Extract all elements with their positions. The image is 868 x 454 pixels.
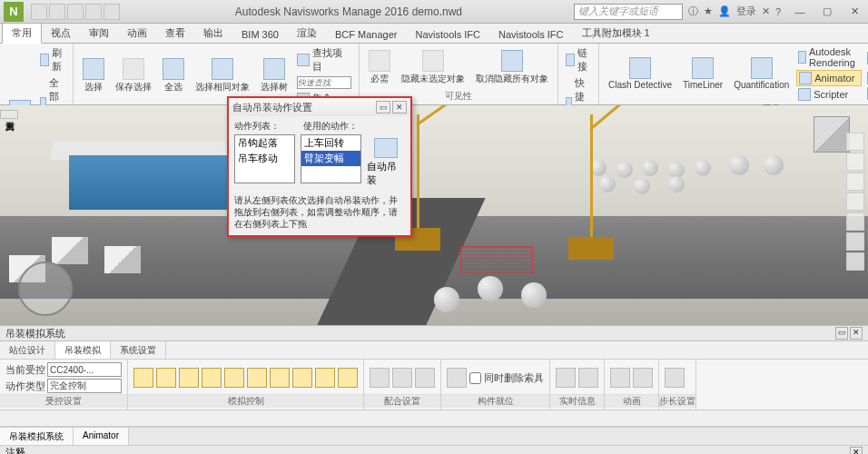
scripter-button[interactable]: Scripter [796, 87, 862, 102]
refresh-button[interactable]: 刷新 [38, 45, 67, 74]
nav-pan-icon[interactable] [846, 133, 864, 151]
tab-output[interactable]: 输出 [194, 24, 232, 43]
scripter-icon [798, 88, 811, 101]
tab-render[interactable]: 渲染 [288, 24, 326, 43]
links-button[interactable]: 链接 [564, 45, 593, 74]
sim-btn-9[interactable] [315, 368, 335, 388]
user-icon[interactable]: 👤 [718, 5, 731, 17]
action-type-combo[interactable]: 完全控制 [47, 379, 122, 393]
panel-tab-simulation[interactable]: 吊装模拟 [55, 341, 111, 359]
select-all-button[interactable]: 全选 [159, 56, 188, 95]
sim-btn-2[interactable] [156, 368, 176, 388]
dialog-titlebar[interactable]: 自动吊装动作设置 ▭ ✕ [229, 98, 410, 116]
rt-btn-1[interactable] [556, 368, 576, 388]
step-btn-1[interactable] [665, 368, 685, 388]
tab-navistools1[interactable]: Navistools IFC [406, 26, 489, 43]
minimize-button[interactable]: — [786, 2, 814, 22]
sim-btn-5[interactable] [224, 368, 244, 388]
anim-btn-2[interactable] [633, 368, 653, 388]
unhide-all-button[interactable]: 取消隐藏所有对象 [472, 48, 552, 87]
clash-icon [629, 57, 651, 79]
list-item[interactable]: 上车回转 [301, 135, 360, 151]
tab-animation[interactable]: 动画 [118, 24, 156, 43]
qat-redo-icon[interactable] [85, 4, 102, 20]
tab-viewpoint[interactable]: 视点 [42, 24, 80, 43]
crane-combo[interactable]: CC2400-... [47, 362, 122, 377]
nav-fly-icon[interactable] [846, 232, 864, 251]
anim-btn-1[interactable] [610, 368, 630, 388]
sim-btn-4[interactable] [202, 368, 222, 388]
actions-list-left[interactable]: 吊钩起落 吊车移动 [234, 134, 295, 183]
coop-btn-1[interactable] [370, 368, 390, 388]
qat-refresh-icon[interactable] [104, 4, 120, 20]
nav-orbit-icon[interactable] [846, 173, 864, 191]
list-item-selected[interactable]: 臂架变幅 [301, 151, 360, 166]
timeliner-button[interactable]: TimeLiner [679, 55, 726, 92]
tab-addins[interactable]: 工具附加模块 1 [573, 24, 659, 43]
star-icon[interactable]: ★ [704, 5, 713, 17]
sim-btn-3[interactable] [179, 368, 199, 388]
panel-tab-position[interactable]: 站位设计 [0, 341, 55, 359]
auto-hoist-button[interactable]: 自动吊装 [367, 160, 405, 187]
clash-button[interactable]: Clash Detective [605, 55, 676, 92]
panel-tab-settings[interactable]: 系统设置 [111, 341, 166, 359]
login-link[interactable]: 登录 [736, 5, 756, 18]
info-icon[interactable]: ⓘ [688, 5, 698, 18]
help-icon[interactable]: ? [775, 6, 781, 17]
panel-group-control: 当前受控CC2400-... 动作类型完全控制 受控设置 [0, 360, 128, 410]
animator-button[interactable]: Animator [796, 70, 862, 86]
sim-btn-7[interactable] [270, 368, 290, 388]
comp-btn-1[interactable] [447, 368, 467, 388]
select-same-button[interactable]: 选择相同对象 [192, 56, 253, 95]
sim-btn-6[interactable] [247, 368, 267, 388]
bottom-tab-animator[interactable]: Animator [74, 428, 129, 445]
nav-zoom-icon[interactable] [846, 153, 864, 171]
tab-bcf[interactable]: BCF Manager [326, 26, 406, 43]
rendering-button[interactable]: Autodesk Rendering [796, 45, 862, 69]
require-button[interactable]: 必需 [365, 48, 394, 87]
tab-view[interactable]: 查看 [156, 24, 194, 43]
comment-close-button[interactable]: ✕ [850, 447, 863, 455]
coop-btn-2[interactable] [392, 368, 412, 388]
app-icon[interactable]: N [4, 2, 24, 22]
measure-tab[interactable]: 测量真 [0, 110, 18, 119]
sim-btn-1[interactable] [133, 368, 153, 388]
sim-btn-8[interactable] [292, 368, 312, 388]
tab-review[interactable]: 审阅 [80, 24, 118, 43]
tab-bim360[interactable]: BIM 360 [232, 26, 288, 43]
tab-home[interactable]: 常用 [2, 23, 42, 44]
tab-navistools2[interactable]: Navistools IFC [489, 26, 573, 43]
selection-tree-button[interactable]: 选择树 [257, 56, 291, 95]
quick-find-input[interactable] [295, 75, 353, 90]
navigation-wheel[interactable] [18, 262, 73, 316]
exchange-icon[interactable]: ✕ [762, 5, 770, 17]
bottom-tab-hoist[interactable]: 吊装模拟系统 [0, 428, 74, 445]
find-items-button[interactable]: 查找项目 [295, 45, 353, 74]
nav-walk-icon[interactable] [846, 212, 864, 231]
panel-close-button[interactable]: ✕ [850, 327, 863, 340]
select-button[interactable]: 选择 [79, 56, 108, 95]
rt-btn-2[interactable] [578, 368, 598, 388]
nav-fit-icon[interactable] [846, 252, 864, 271]
qat-undo-icon[interactable] [67, 4, 84, 20]
list-item[interactable]: 吊钩起落 [235, 135, 294, 151]
search-input[interactable]: 键入关键字或短语 [574, 4, 683, 20]
sim-btn-10[interactable] [338, 368, 358, 388]
viewcube[interactable] [814, 116, 850, 153]
delete-rigging-checkbox[interactable] [469, 372, 481, 384]
qat-save-icon[interactable] [49, 4, 65, 20]
save-selection-button[interactable]: 保存选择 [112, 56, 155, 95]
dialog-close-button[interactable]: ✕ [392, 101, 407, 114]
quantification-button[interactable]: Quantification [730, 55, 793, 92]
panel-pin-button[interactable]: ▭ [835, 327, 848, 340]
actions-list-right[interactable]: 上车回转 臂架变幅 [301, 134, 361, 183]
list-item[interactable]: 吊车移动 [235, 151, 294, 166]
qat-open-icon[interactable] [31, 4, 47, 20]
nav-look-icon[interactable] [846, 192, 864, 211]
coop-btn-3[interactable] [415, 368, 435, 388]
close-button[interactable]: ✕ [841, 2, 868, 22]
dialog-pin-button[interactable]: ▭ [376, 101, 390, 114]
hide-unselected-button[interactable]: 隐藏未选定对象 [398, 48, 469, 87]
viewport-3d[interactable]: 测量真 [0, 105, 868, 325]
maximize-button[interactable]: ▢ [814, 2, 841, 22]
